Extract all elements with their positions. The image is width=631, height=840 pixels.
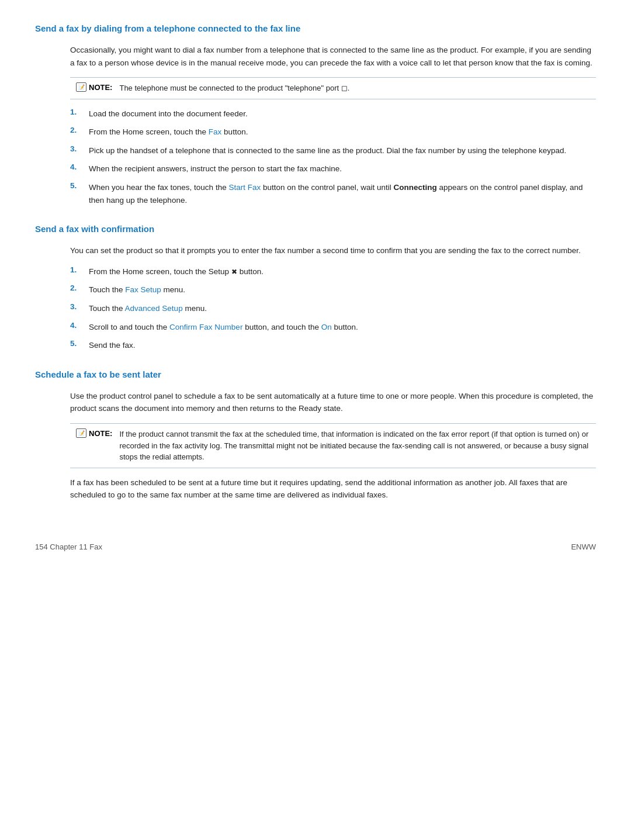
note-box-schedule: 📝 NOTE: If the product cannot transmit t… [70, 423, 596, 468]
note-symbol-icon: 📝 [76, 82, 86, 92]
start-fax-link: Start Fax [228, 183, 261, 192]
note-icon-schedule: 📝 NOTE: [76, 428, 115, 438]
step-item: 4. When the recipient answers, instruct … [70, 163, 596, 175]
step-text: Touch the Fax Setup menu. [89, 284, 185, 296]
note-label-schedule: NOTE: [89, 429, 112, 438]
section-schedule-intro: Use the product control panel to schedul… [70, 390, 596, 415]
step-item: 3. Touch the Advanced Setup menu. [70, 302, 596, 315]
note-symbol-icon-schedule: 📝 [76, 428, 86, 438]
on-button-link: On [321, 323, 332, 331]
step-item: 5. When you hear the fax tones, touch th… [70, 181, 596, 206]
step-text: Send the fax. [89, 339, 136, 352]
step-item: 2. From the Home screen, touch the Fax b… [70, 126, 596, 139]
section-confirmation: Send a fax with confirmation You can set… [35, 224, 596, 352]
step-text: When you hear the fax tones, touch the S… [89, 181, 596, 206]
step-item: 1. From the Home screen, touch the Setup… [70, 265, 596, 278]
step-item: 4. Scroll to and touch the Confirm Fax N… [70, 321, 596, 334]
step-number: 4. [70, 321, 82, 330]
confirm-fax-number-link: Confirm Fax Number [169, 323, 242, 331]
note-icon: 📝 NOTE: [76, 82, 115, 92]
step-number: 1. [70, 265, 82, 274]
section-dial-telephone-intro: Occasionally, you might want to dial a f… [70, 44, 596, 69]
footer-right: ENWW [571, 542, 596, 551]
step-number: 3. [70, 144, 82, 153]
section-schedule: Schedule a fax to be sent later Use the … [35, 369, 596, 502]
step-item: 3. Pick up the handset of a telephone th… [70, 144, 596, 157]
step-number: 2. [70, 126, 82, 134]
section-confirmation-intro: You can set the product so that it promp… [70, 244, 596, 257]
page-content: Send a fax by dialing from a telephone c… [35, 23, 596, 502]
step-item: 2. Touch the Fax Setup menu. [70, 284, 596, 296]
step-item: 1. Load the document into the document f… [70, 108, 596, 120]
step-text: Touch the Advanced Setup menu. [89, 302, 207, 315]
note-text-schedule: If the product cannot transmit the fax a… [119, 428, 590, 463]
connecting-text: Connecting [394, 183, 437, 192]
section-dial-telephone: Send a fax by dialing from a telephone c… [35, 23, 596, 206]
step-list-dial-telephone: 1. Load the document into the document f… [70, 108, 596, 207]
step-number: 1. [70, 108, 82, 116]
step-text: From the Home screen, touch the Setup ✖ … [89, 265, 264, 278]
step-item: 5. Send the fax. [70, 339, 596, 352]
step-text: Load the document into the document feed… [89, 108, 248, 120]
step-text: When the recipient answers, instruct the… [89, 163, 342, 175]
note-text-telephone: The telephone must be connected to the p… [119, 82, 349, 94]
note-label: NOTE: [89, 83, 112, 92]
step-text: Scroll to and touch the Confirm Fax Numb… [89, 321, 358, 334]
step-list-confirmation: 1. From the Home screen, touch the Setup… [70, 265, 596, 352]
page-footer: 154 Chapter 11 Fax ENWW [35, 537, 596, 551]
section-dial-telephone-body: Occasionally, you might want to dial a f… [35, 44, 596, 206]
step-text: From the Home screen, touch the Fax butt… [89, 126, 248, 139]
fax-setup-link: Fax Setup [125, 285, 161, 294]
step-number: 5. [70, 181, 82, 190]
fax-link: Fax [209, 127, 222, 136]
section-confirmation-body: You can set the product so that it promp… [35, 244, 596, 352]
section-dial-telephone-heading: Send a fax by dialing from a telephone c… [35, 23, 596, 36]
step-text: Pick up the handset of a telephone that … [89, 144, 566, 157]
section-schedule-heading: Schedule a fax to be sent later [35, 369, 596, 382]
section-schedule-extra: If a fax has been scheduled to be sent a… [70, 476, 596, 502]
section-schedule-body: Use the product control panel to schedul… [35, 390, 596, 502]
footer-left: 154 Chapter 11 Fax [35, 542, 102, 551]
step-number: 5. [70, 339, 82, 348]
note-box-telephone: 📝 NOTE: The telephone must be connected … [70, 77, 596, 99]
step-number: 2. [70, 284, 82, 292]
wrench-icon: ✖ [231, 268, 237, 276]
step-number: 3. [70, 302, 82, 311]
step-number: 4. [70, 163, 82, 171]
phone-port-icon: ◻ [341, 84, 348, 92]
advanced-setup-link: Advanced Setup [125, 304, 183, 313]
section-confirmation-heading: Send a fax with confirmation [35, 224, 596, 236]
